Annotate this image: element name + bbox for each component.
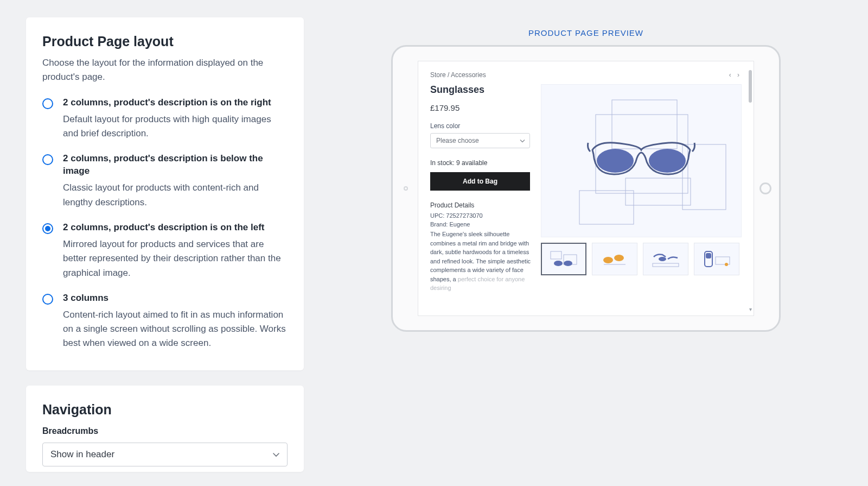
product-brand: Brand: Eugene [430,221,531,228]
svg-rect-17 [706,253,711,258]
lens-color-label: Lens color [430,122,531,130]
layout-title: Product Page layout [42,34,288,49]
radio-icon [42,154,53,165]
thumbnail[interactable] [541,243,586,275]
lens-placeholder: Please choose [436,137,479,144]
product-name: Sunglasses [430,84,531,96]
radio-icon [42,98,53,109]
option-desc: Default layout for products with high qu… [63,112,288,141]
svg-point-9 [554,261,563,266]
breadcrumbs-select[interactable]: Show in header [42,443,288,466]
stock-status: In stock: 9 available [430,159,531,167]
thumbnail[interactable] [694,243,739,275]
scroll-down-icon[interactable]: ▾ [749,306,752,312]
add-to-bag-button[interactable]: Add to Bag [430,172,530,191]
radio-icon [42,223,53,234]
option-title: 2 columns, product's description is on t… [63,97,288,109]
breadcrumbs-label: Breadcrumbs [42,426,288,436]
svg-point-11 [603,257,613,263]
svg-rect-15 [653,263,679,267]
lens-color-select[interactable]: Please choose [430,133,530,148]
radio-icon [42,294,53,305]
svg-point-12 [614,255,624,261]
preview-screen: ▾ Store / Accessories ‹ › Sunglasses £17… [418,61,754,316]
thumbnail[interactable] [643,243,688,275]
thumbnail-row [541,243,742,275]
navigation-card: Navigation Breadcrumbs Show in header [26,386,304,472]
camera-icon [404,186,408,191]
option-title: 3 columns [63,292,288,305]
next-icon[interactable]: › [737,71,739,79]
preview-title: PRODUCT PAGE PREVIEW [528,28,643,37]
layout-option-2col-below[interactable]: 2 columns, product's description is belo… [42,153,288,210]
product-image-column [541,84,742,293]
product-description: The Eugene's sleek silhouette combines a… [430,230,531,293]
option-desc: Mirrored layout for products and service… [63,237,288,280]
option-title: 2 columns, product's description is on t… [63,222,288,234]
layout-card: Product Page layout Choose the layout fo… [26,17,304,370]
option-desc: Classic layout for products with content… [63,181,288,210]
svg-point-19 [725,263,728,266]
svg-point-14 [659,257,666,261]
svg-point-5 [597,149,634,173]
chevron-down-icon [273,449,279,460]
layout-option-2col-left[interactable]: 2 columns, product's description is on t… [42,222,288,280]
navigation-title: Navigation [42,402,288,418]
chevron-down-icon [520,138,525,144]
product-upc: UPC: 72527273070 [430,212,531,219]
sunglasses-icon [587,136,695,185]
svg-point-6 [649,149,686,173]
svg-rect-7 [551,251,561,259]
layout-option-3col[interactable]: 3 columns Content-rich layout aimed to f… [42,292,288,351]
layout-subtitle: Choose the layout for the information di… [42,56,288,85]
home-button-icon [760,182,771,194]
breadcrumbs-value: Show in header [50,449,114,460]
prev-icon[interactable]: ‹ [729,71,731,79]
product-info-column: Sunglasses £179.95 Lens color Please cho… [430,84,531,293]
product-price: £179.95 [430,103,531,112]
layout-option-2col-right[interactable]: 2 columns, product's description is on t… [42,97,288,141]
thumbnail[interactable] [592,243,637,275]
scrollbar[interactable] [749,70,752,103]
breadcrumb[interactable]: Store / Accessories [430,71,486,79]
option-desc: Content-rich layout aimed to fit in as m… [63,308,288,351]
details-header: Product Details [430,201,531,209]
svg-point-10 [564,261,572,266]
main-product-image [541,84,742,237]
ipad-frame: ▾ Store / Accessories ‹ › Sunglasses £17… [391,45,781,332]
option-title: 2 columns, product's description is belo… [63,153,288,178]
